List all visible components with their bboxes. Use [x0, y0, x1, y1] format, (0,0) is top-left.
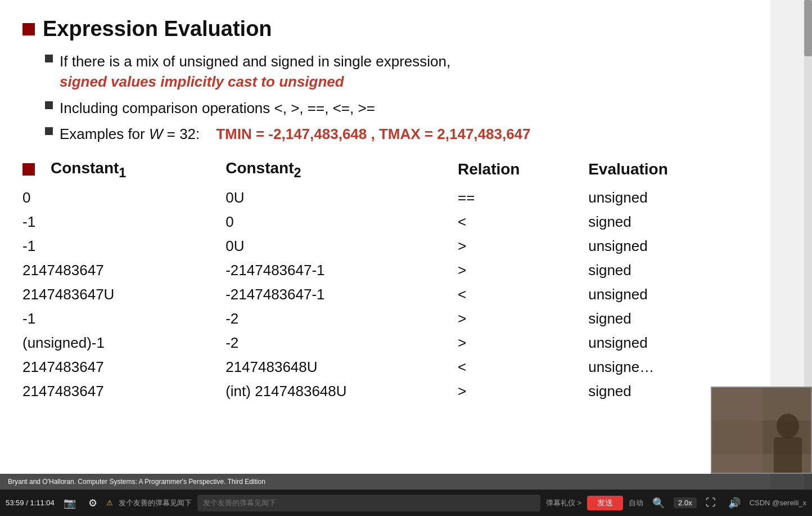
table-cell-r2-c1: 0U — [225, 234, 458, 258]
table-cell-r4-c3: unsigned — [588, 282, 748, 307]
auto-label: 自动 — [629, 498, 643, 508]
table-cell-r3-c2: > — [458, 258, 588, 282]
table-cell-r2-c2: > — [458, 234, 588, 258]
table-cell-r8-c1: (int) 2147483648U — [225, 379, 458, 403]
table-cell-r1-c1: 0 — [225, 210, 458, 234]
table-row: 00U==unsigned — [22, 186, 748, 210]
csdn-label: CSDN @sereili_x — [750, 499, 806, 507]
table-row: -1-2>signed — [22, 307, 748, 331]
title-red-square — [22, 23, 35, 35]
table-cell-r7-c0: 2147483647 — [22, 355, 225, 379]
table-row: 21474836472147483648U<unsigne… — [22, 355, 748, 379]
table-cell-r5-c0: -1 — [22, 307, 225, 331]
col-header-relation: Relation — [458, 156, 588, 186]
table-cell-r7-c1: 2147483648U — [225, 355, 458, 379]
table-cell-r6-c1: -2 — [225, 331, 458, 355]
table-cell-r6-c3: unsigned — [588, 331, 748, 355]
table-row: (unsigned)-1-2>unsigned — [22, 331, 748, 355]
table-row: 2147483647U-2147483647-1<unsigned — [22, 282, 748, 307]
table-row: -10U>unsigned — [22, 234, 748, 258]
caption-text: Bryant and O'Halloran. Computer Systems:… — [8, 478, 265, 486]
bullet-item-1: If there is a mix of unsigned and signed… — [45, 51, 748, 92]
table-row: 2147483647(int) 2147483648U>signed — [22, 379, 748, 403]
fullscreen-icon[interactable]: ⛶ — [702, 496, 719, 510]
svg-rect-4 — [712, 387, 763, 474]
danmu-input[interactable] — [197, 495, 540, 511]
table-cell-r6-c0: (unsigned)-1 — [22, 331, 225, 355]
bullet-item-2: Including comparison operations <, >, ==… — [45, 98, 748, 118]
bullet-text-1: If there is a mix of unsigned and signed… — [60, 51, 450, 92]
table-cell-r8-c2: > — [458, 379, 588, 403]
bullet-square-3 — [45, 127, 53, 135]
warning-icon: ⚠ — [106, 499, 113, 507]
bullet1-normal: If there is a mix of unsigned and signed… — [60, 53, 450, 70]
table-cell-r1-c3: signed — [588, 210, 748, 234]
table-row: 2147483647-2147483647-1>signed — [22, 258, 748, 282]
table-cell-r4-c0: 2147483647U — [22, 282, 225, 307]
bullet-text-2: Including comparison operations <, >, ==… — [60, 98, 375, 118]
col-header-evaluation: Evaluation — [588, 156, 748, 186]
table-cell-r1-c0: -1 — [22, 210, 225, 234]
table-section: Constant1 Constant2 Relation Evaluation … — [22, 156, 748, 404]
table-cell-r8-c0: 2147483647 — [22, 379, 225, 403]
table-row: -10<signed — [22, 210, 748, 234]
bullet3-tmin: TMIN = -2,147,483,648 — [216, 125, 367, 142]
webcam-video — [712, 388, 811, 473]
bullet-text-3: Examples for W = 32: TMIN = -2,147,483,6… — [60, 124, 531, 144]
table-cell-r1-c2: < — [458, 210, 588, 234]
time-current: 53:59 — [6, 499, 24, 507]
bullet-square-2 — [45, 101, 53, 109]
table-cell-r3-c3: signed — [588, 258, 748, 282]
speed-label[interactable]: 2.0x — [674, 497, 697, 508]
bottom-bar: 53:59 / 1:11:04 📷 ⚙ ⚠ 发个友善的弹幕见闻下 弹幕礼仪 > … — [0, 490, 812, 516]
table-cell-r4-c1: -2147483647-1 — [225, 282, 458, 307]
slide-title-row: Expression Evaluation — [22, 17, 748, 41]
table-cell-r3-c0: 2147483647 — [22, 258, 225, 282]
col-header-const2: Constant2 — [225, 156, 458, 186]
expression-table: Constant1 Constant2 Relation Evaluation … — [22, 156, 748, 404]
slide-title: Expression Evaluation — [43, 17, 272, 41]
danmu-etiquette-label[interactable]: 弹幕礼仪 > — [546, 498, 581, 508]
table-cell-r7-c3: unsigne… — [588, 355, 748, 379]
scroll-thumb[interactable] — [804, 0, 812, 56]
table-cell-r5-c3: signed — [588, 307, 748, 331]
table-cell-r2-c0: -1 — [22, 234, 225, 258]
settings-icon[interactable]: ⚙ — [85, 496, 101, 510]
time-total: 1:11:04 — [30, 499, 54, 507]
bullet3-tmax: TMAX = 2,147,483,647 — [379, 125, 531, 142]
table-cell-r0-c3: unsigned — [588, 186, 748, 210]
screenshot-icon[interactable]: 📷 — [60, 496, 79, 510]
bullet-square-1 — [45, 55, 53, 62]
time-display: 53:59 / 1:11:04 — [6, 499, 55, 507]
table-cell-r0-c1: 0U — [225, 186, 458, 210]
caption-bar: Bryant and O'Halloran. Computer Systems:… — [0, 474, 812, 490]
bullet3-comma: , — [371, 125, 379, 142]
table-cell-r6-c2: > — [458, 331, 588, 355]
table-cell-r5-c2: > — [458, 307, 588, 331]
svg-rect-3 — [774, 437, 802, 474]
table-cell-r3-c1: -2147483647-1 — [225, 258, 458, 282]
table-cell-r4-c2: < — [458, 282, 588, 307]
table-cell-r2-c3: unsigned — [588, 234, 748, 258]
danmu-placeholder-label: 发个友善的弹幕见闻下 — [119, 498, 192, 508]
table-cell-r0-c0: 0 — [22, 186, 225, 210]
bullet-list: If there is a mix of unsigned and signed… — [45, 51, 748, 145]
webcam-svg — [712, 387, 811, 474]
table-red-square — [22, 163, 35, 176]
webcam-overlay — [711, 387, 812, 474]
slide-content: Expression Evaluation If there is a mix … — [0, 0, 770, 490]
search-icon[interactable]: 🔍 — [649, 496, 668, 510]
bullet3-prefix: Examples for W = 32: — [60, 125, 212, 142]
table-header-row: Constant1 Constant2 Relation Evaluation — [22, 156, 748, 186]
bullet1-red-italic: signed values implicitly cast to unsigne… — [60, 73, 344, 90]
send-button[interactable]: 发送 — [587, 496, 623, 510]
bullet-item-3: Examples for W = 32: TMIN = -2,147,483,6… — [45, 124, 748, 144]
col-header-const1: Constant1 — [22, 156, 225, 186]
table-cell-r7-c2: < — [458, 355, 588, 379]
table-cell-r5-c1: -2 — [225, 307, 458, 331]
volume-icon[interactable]: 🔊 — [725, 496, 744, 510]
table-cell-r0-c2: == — [458, 186, 588, 210]
svg-point-2 — [777, 414, 799, 438]
